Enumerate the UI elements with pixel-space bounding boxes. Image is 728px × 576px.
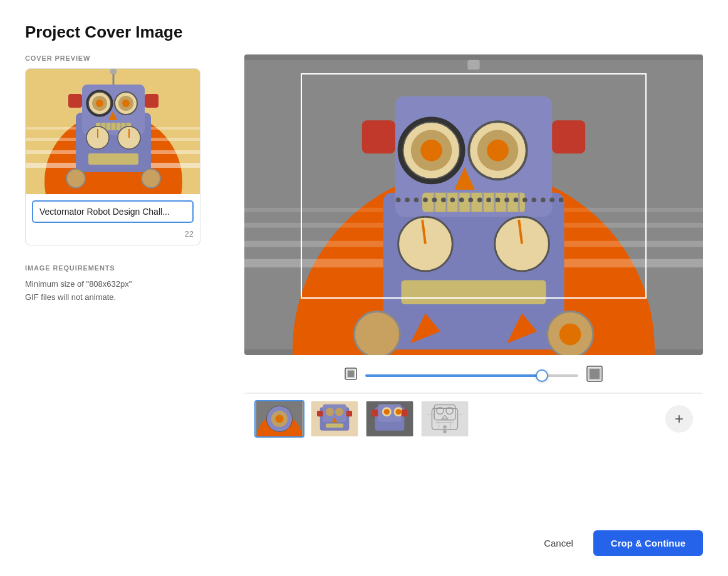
svg-point-47 [420,140,442,162]
thumbnail-2[interactable] [309,400,360,438]
svg-point-92 [541,197,546,202]
svg-point-89 [514,197,519,202]
svg-rect-65 [467,60,479,69]
svg-point-67 [495,217,549,271]
svg-point-87 [496,197,501,202]
svg-rect-63 [552,120,585,153]
svg-point-50 [487,140,509,162]
svg-point-80 [432,197,437,202]
left-panel: COVER PREVIEW [25,54,226,444]
svg-point-93 [549,197,554,202]
cover-count: 22 [26,229,200,245]
svg-rect-23 [145,94,159,108]
svg-rect-22 [68,94,82,108]
svg-point-109 [326,408,334,416]
requirements-text: Minimum size of "808x632px" GIF files wi… [25,278,226,304]
thumbnail-3[interactable] [365,400,415,438]
svg-point-137 [443,425,447,429]
svg-point-75 [559,324,581,346]
bottom-actions: Cancel Crop & Continue [534,530,703,556]
svg-rect-111 [317,411,323,416]
svg-point-90 [523,197,528,202]
svg-point-94 [559,197,564,202]
svg-point-86 [486,197,491,202]
svg-point-79 [423,197,428,202]
cover-preview-label: COVER PREVIEW [25,54,226,62]
svg-rect-122 [372,409,378,416]
svg-point-83 [459,197,464,202]
svg-point-110 [335,408,343,416]
svg-point-85 [477,197,482,202]
svg-point-136 [443,430,447,434]
svg-point-84 [468,197,473,202]
svg-point-121 [395,409,401,414]
thumbnail-1[interactable] [254,400,304,438]
svg-rect-25 [110,69,117,74]
svg-point-73 [354,311,400,355]
svg-point-35 [142,169,160,188]
crop-area[interactable] [244,54,703,355]
svg-point-81 [441,197,446,202]
preview-robot-svg [26,69,200,194]
svg-rect-31 [88,153,138,165]
thumbnail-4[interactable] [420,400,470,438]
svg-point-119 [384,409,390,414]
svg-rect-97 [348,371,354,377]
cover-preview-image [26,69,200,194]
thumbnail-strip: + [244,393,703,444]
page-title: Project Cover Image [0,0,728,54]
svg-point-34 [66,169,85,188]
zoom-controls [244,355,703,393]
cover-title-input[interactable] [32,200,194,223]
svg-rect-70 [401,280,546,304]
svg-point-88 [504,197,509,202]
svg-rect-112 [346,411,352,416]
plus-icon: + [675,410,684,428]
add-image-button[interactable]: + [665,405,693,433]
svg-point-77 [405,197,410,202]
svg-rect-114 [326,423,343,428]
zoom-slider-container[interactable] [365,368,578,379]
svg-point-91 [531,197,536,202]
zoom-slider[interactable] [365,374,578,377]
cancel-button[interactable]: Cancel [534,532,583,555]
crop-continue-button[interactable]: Crop & Continue [593,530,703,556]
svg-rect-62 [362,120,395,153]
svg-rect-53 [422,193,525,212]
cover-preview-card: 22 [25,68,200,245]
svg-point-78 [414,197,419,202]
main-robot-svg [244,54,703,355]
svg-point-76 [396,197,401,202]
svg-point-82 [450,197,455,202]
svg-point-10 [96,100,103,107]
zoom-large-icon [586,365,603,383]
zoom-small-icon [344,367,358,381]
svg-rect-123 [402,409,407,416]
main-layout: COVER PREVIEW [0,54,728,444]
svg-point-105 [275,414,283,423]
svg-point-66 [398,217,453,271]
right-panel: + [244,54,703,444]
svg-point-13 [122,100,130,107]
image-requirements-label: IMAGE REQUIREMENTS [25,264,226,272]
image-requirements-section: IMAGE REQUIREMENTS Minimum size of "808x… [25,264,226,304]
svg-rect-100 [590,369,600,379]
